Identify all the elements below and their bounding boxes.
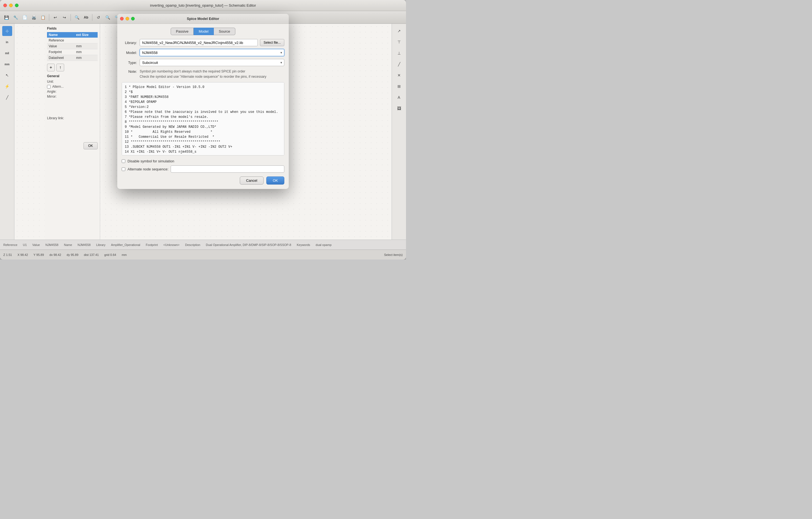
model-select[interactable]: NJM4558 bbox=[140, 49, 284, 56]
tab-model[interactable]: Model bbox=[194, 28, 213, 35]
library-row: Library: Select file... bbox=[122, 39, 284, 46]
dialog-titlebar: Spice Model Editor bbox=[117, 14, 289, 24]
type-select[interactable]: Subcircuit bbox=[140, 59, 284, 66]
note-line1: Symbol pin numbering don't always match … bbox=[140, 69, 284, 74]
code-editor[interactable]: 1 * PSpice Model Editor - Version 10.5.0… bbox=[122, 82, 284, 155]
dialog-title: Spice Model Editor bbox=[187, 17, 219, 21]
dialog-overlay: Spice Model Editor Passive Model Source … bbox=[0, 0, 406, 260]
type-label: Type: bbox=[122, 61, 140, 65]
disable-label: Disable symbol for simulation bbox=[127, 159, 174, 163]
alternate-node-label: Alternate node sequence: bbox=[127, 167, 168, 171]
dialog-min-btn[interactable] bbox=[125, 17, 129, 21]
disable-row: Disable symbol for simulation bbox=[122, 159, 284, 163]
tab-bar: Passive Model Source bbox=[122, 28, 284, 35]
model-select-wrapper: NJM4558 ▼ bbox=[140, 49, 284, 56]
tab-passive[interactable]: Passive bbox=[171, 28, 194, 35]
alternate-row: Alternate node sequence: bbox=[122, 166, 284, 173]
library-input[interactable] bbox=[140, 39, 258, 46]
note-text: Symbol pin numbering don't always match … bbox=[140, 69, 284, 79]
model-row: Model: NJM4558 ▼ bbox=[122, 49, 284, 56]
dialog-max-btn[interactable] bbox=[131, 17, 135, 21]
type-select-wrapper: Subcircuit ▼ bbox=[140, 59, 284, 66]
alternate-node-checkbox[interactable] bbox=[122, 167, 125, 171]
note-row: Note: Symbol pin numbering don't always … bbox=[122, 69, 284, 79]
model-label: Model: bbox=[122, 51, 140, 55]
alternate-node-input[interactable] bbox=[171, 166, 284, 173]
app-window: inverting_opamp_tuto [inverting_opamp_tu… bbox=[0, 0, 406, 260]
library-label: Library: bbox=[122, 41, 140, 45]
spice-model-dialog: Spice Model Editor Passive Model Source … bbox=[117, 14, 289, 189]
tab-source[interactable]: Source bbox=[214, 28, 235, 35]
dialog-body: Passive Model Source Library: Select fil… bbox=[117, 24, 289, 189]
type-row: Type: Subcircuit ▼ bbox=[122, 59, 284, 66]
dialog-buttons: Cancel OK bbox=[122, 176, 284, 184]
select-file-btn[interactable]: Select file... bbox=[260, 39, 284, 46]
ok-button[interactable]: OK bbox=[266, 176, 284, 184]
dialog-close-btn[interactable] bbox=[120, 17, 124, 21]
note-label: Note: bbox=[122, 69, 140, 74]
note-line2: Check the symbol and use "Alternate node… bbox=[140, 74, 284, 79]
dialog-traffic-lights bbox=[120, 17, 135, 21]
cancel-button[interactable]: Cancel bbox=[240, 176, 264, 184]
disable-checkbox[interactable] bbox=[122, 160, 125, 163]
